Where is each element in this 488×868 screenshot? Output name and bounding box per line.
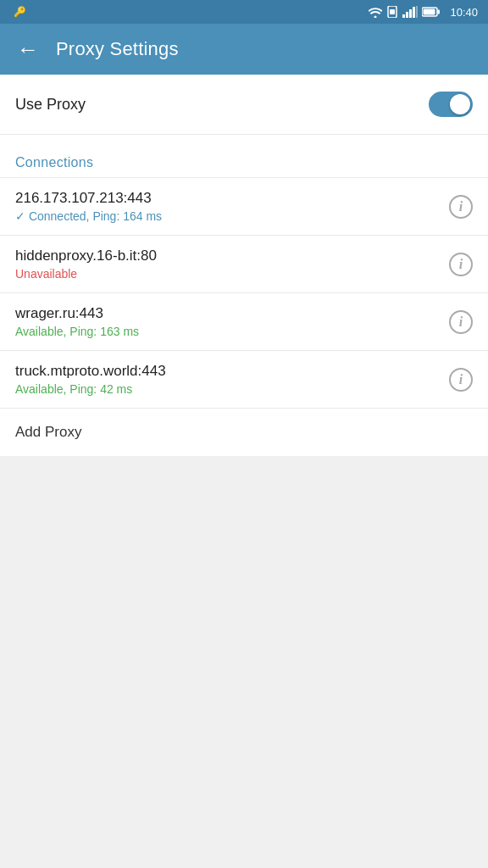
proxy-status-4: Available, Ping: 42 ms xyxy=(15,382,441,396)
status-bar: 🔑 10:40 xyxy=(0,0,488,24)
add-proxy-label: Add Proxy xyxy=(15,424,81,440)
svg-rect-5 xyxy=(413,7,415,18)
svg-rect-9 xyxy=(424,9,435,15)
svg-rect-8 xyxy=(438,10,441,14)
signal-icon xyxy=(402,6,418,18)
sim-icon xyxy=(386,6,398,18)
proxy-host-1: 216.173.107.213:443 xyxy=(15,190,441,207)
proxy-host-2: hiddenproxy.16-b.it:80 xyxy=(15,248,441,264)
wifi-icon xyxy=(369,7,382,18)
proxy-status-3: Available, Ping: 163 ms xyxy=(15,325,441,338)
proxy-item-2[interactable]: hiddenproxy.16-b.it:80 Unavailable i xyxy=(0,235,488,292)
add-proxy-row[interactable]: Add Proxy xyxy=(0,408,488,456)
status-time: 10:40 xyxy=(450,6,478,19)
use-proxy-row[interactable]: Use Proxy xyxy=(0,75,488,135)
status-bar-left: 🔑 xyxy=(10,6,369,18)
svg-rect-1 xyxy=(390,9,395,14)
proxy-info-button-3[interactable]: i xyxy=(449,310,473,334)
proxy-item-1-info: 216.173.107.213:443 ✓ Connected, Ping: 1… xyxy=(15,190,441,223)
toolbar: ← Proxy Settings xyxy=(0,24,488,75)
proxy-item-3[interactable]: wrager.ru:443 Available, Ping: 163 ms i xyxy=(0,292,488,350)
svg-rect-2 xyxy=(402,14,405,18)
proxy-item-1[interactable]: 216.173.107.213:443 ✓ Connected, Ping: 1… xyxy=(0,177,488,235)
svg-rect-4 xyxy=(409,9,412,18)
proxy-item-2-info: hiddenproxy.16-b.it:80 Unavailable xyxy=(15,248,441,281)
proxy-item-4-info: truck.mtproto.world:443 Available, Ping:… xyxy=(15,363,441,396)
proxy-info-button-4[interactable]: i xyxy=(449,368,473,392)
connections-header: Connections xyxy=(0,142,488,177)
svg-rect-3 xyxy=(406,12,408,18)
content-area: Use Proxy Connections 216.173.107.213:44… xyxy=(0,75,488,456)
proxy-status-1: ✓ Connected, Ping: 164 ms xyxy=(15,209,441,223)
proxy-item-3-info: wrager.ru:443 Available, Ping: 163 ms xyxy=(15,305,441,338)
proxy-host-4: truck.mtproto.world:443 xyxy=(15,363,441,380)
proxy-item-4[interactable]: truck.mtproto.world:443 Available, Ping:… xyxy=(0,350,488,408)
connections-section: Connections 216.173.107.213:443 ✓ Connec… xyxy=(0,142,488,456)
proxy-info-button-2[interactable]: i xyxy=(449,253,473,276)
bottom-area xyxy=(0,456,488,778)
proxy-host-3: wrager.ru:443 xyxy=(15,305,441,322)
page-title: Proxy Settings xyxy=(56,38,179,60)
back-button[interactable]: ← xyxy=(14,35,42,64)
proxy-status-2: Unavailable xyxy=(15,267,441,281)
battery-icon xyxy=(422,7,441,17)
key-icon: 🔑 xyxy=(14,6,26,18)
use-proxy-toggle[interactable] xyxy=(429,92,473,117)
status-icons: 10:40 xyxy=(369,6,478,19)
use-proxy-label: Use Proxy xyxy=(15,96,86,114)
proxy-info-button-1[interactable]: i xyxy=(449,195,473,219)
svg-rect-6 xyxy=(416,6,418,18)
